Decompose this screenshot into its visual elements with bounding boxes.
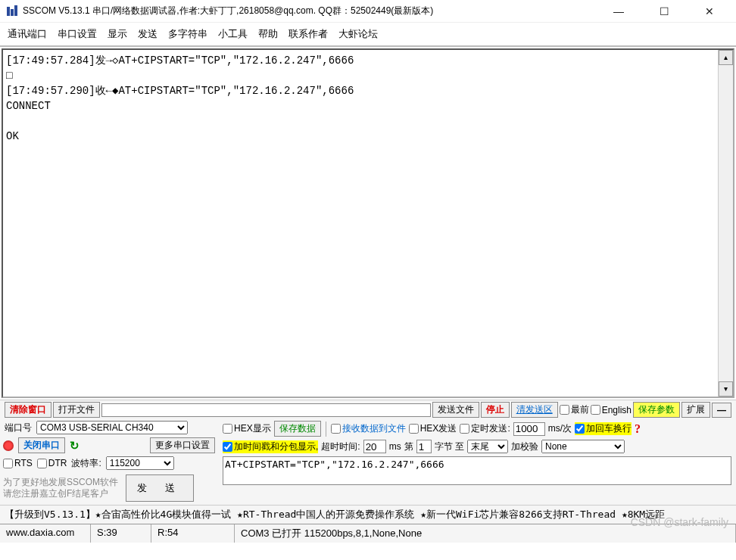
byte-label2: 字节 至 bbox=[435, 440, 464, 453]
status-bar: www.daxia.com S:39 R:54 COM3 已打开 115200b… bbox=[0, 524, 736, 543]
scroll-down-icon[interactable]: ▾ bbox=[719, 381, 733, 397]
byte-label1: 第 bbox=[404, 440, 413, 453]
menu-tools[interactable]: 小工具 bbox=[218, 27, 248, 41]
receive-text[interactable]: [17:49:57.284]发→◇AT+CIPSTART="TCP","172.… bbox=[3, 50, 718, 397]
status-recv: R:54 bbox=[151, 524, 235, 543]
status-sent: S:39 bbox=[91, 524, 151, 543]
minimize-button[interactable]: — bbox=[607, 5, 630, 17]
maximize-button[interactable]: ☐ bbox=[653, 5, 675, 17]
timeout-label: 超时时间: bbox=[321, 440, 360, 453]
help-icon[interactable]: ? bbox=[635, 422, 641, 436]
timed-send-checkbox[interactable]: 定时发送: bbox=[460, 422, 510, 435]
menu-send[interactable]: 发送 bbox=[138, 27, 157, 41]
title-bar: SSCOM V5.13.1 串口/网络数据调试器,作者:大虾丁丁,2618058… bbox=[0, 0, 736, 23]
dtr-checkbox[interactable]: DTR bbox=[37, 458, 67, 468]
svg-rect-1 bbox=[11, 9, 14, 16]
record-icon[interactable] bbox=[3, 440, 14, 451]
close-port-button[interactable]: 关闭串口 bbox=[18, 437, 65, 453]
stop-button[interactable]: 停止 bbox=[481, 402, 510, 418]
port-label: 端口号 bbox=[5, 422, 32, 434]
svg-rect-2 bbox=[14, 5, 17, 16]
recv-to-file-checkbox[interactable]: 接收数据到文件 bbox=[331, 422, 406, 435]
menu-bar: 通讯端口 串口设置 显示 发送 多字符串 小工具 帮助 联系作者 大虾论坛 bbox=[0, 23, 736, 47]
save-data-button[interactable]: 保存数据 bbox=[274, 421, 321, 437]
timestamp-checkbox[interactable]: 加时间戳和分包显示, bbox=[223, 440, 318, 453]
save-params-button[interactable]: 保存参数 bbox=[633, 402, 680, 418]
timeout-unit: ms bbox=[389, 441, 401, 452]
menu-forum[interactable]: 大虾论坛 bbox=[338, 27, 378, 41]
more-settings-button[interactable]: 更多串口设置 bbox=[150, 437, 215, 453]
big-send-button[interactable]: 发 送 bbox=[126, 474, 194, 502]
to-end-select[interactable]: 末尾 bbox=[467, 440, 508, 453]
ad-bar: 【升级到V5.13.1】★合宙高性价比4G模块值得一试 ★RT-Thread中国… bbox=[0, 505, 736, 524]
refresh-icon[interactable]: ↻ bbox=[70, 439, 80, 453]
scroll-up-icon[interactable]: ▴ bbox=[719, 50, 733, 65]
svg-rect-0 bbox=[7, 7, 10, 16]
add-check-label: 加校验 bbox=[511, 440, 538, 453]
clear-window-button[interactable]: 清除窗口 bbox=[5, 402, 51, 418]
close-button[interactable]: ✕ bbox=[698, 5, 721, 17]
register-note: 为了更好地发展SSCOM软件 请您注册嘉立创F结尾客户 bbox=[0, 475, 121, 501]
menu-port[interactable]: 通讯端口 bbox=[8, 27, 47, 41]
rts-checkbox[interactable]: RTS bbox=[3, 458, 33, 468]
port-select[interactable]: COM3 USB-SERIAL CH340 bbox=[36, 421, 188, 434]
watermark: CSDN @stark-family bbox=[631, 516, 728, 528]
menu-display[interactable]: 显示 bbox=[108, 27, 127, 41]
baud-select[interactable]: 115200 bbox=[106, 456, 174, 470]
send-textarea[interactable] bbox=[223, 456, 731, 485]
check-type-select[interactable]: None bbox=[541, 440, 625, 453]
send-file-button[interactable]: 发送文件 bbox=[432, 402, 479, 418]
status-site[interactable]: www.daxia.com bbox=[0, 524, 91, 543]
menu-serial-settings[interactable]: 串口设置 bbox=[58, 27, 97, 41]
hex-send-checkbox[interactable]: HEX发送 bbox=[409, 422, 457, 435]
interval-unit: ms/次 bbox=[548, 422, 572, 435]
topmost-checkbox[interactable]: 最前 bbox=[560, 403, 589, 416]
menu-contact[interactable]: 联系作者 bbox=[288, 27, 328, 41]
hex-display-checkbox[interactable]: HEX显示 bbox=[223, 422, 271, 435]
timeout-input[interactable] bbox=[363, 440, 386, 453]
scrollbar[interactable]: ▴ ▾ bbox=[718, 50, 733, 397]
add-crlf-checkbox[interactable]: 加回车换行 bbox=[575, 422, 632, 435]
interval-input[interactable] bbox=[513, 422, 545, 436]
output-area: [17:49:57.284]发→◇AT+CIPSTART="TCP","172.… bbox=[2, 48, 734, 398]
open-file-button[interactable]: 打开文件 bbox=[53, 402, 100, 418]
byte-no-input[interactable] bbox=[416, 440, 432, 453]
file-path-input[interactable] bbox=[101, 403, 431, 417]
collapse-button[interactable]: — bbox=[712, 403, 731, 418]
control-panel: 清除窗口 打开文件 发送文件 停止 清发送区 最前 English 保存参数 扩… bbox=[0, 400, 736, 543]
window-title: SSCOM V5.13.1 串口/网络数据调试器,作者:大虾丁丁,2618058… bbox=[23, 5, 433, 17]
expand-button[interactable]: 扩展 bbox=[681, 402, 710, 418]
english-checkbox[interactable]: English bbox=[591, 405, 632, 415]
app-icon bbox=[6, 5, 18, 17]
menu-help[interactable]: 帮助 bbox=[258, 27, 278, 41]
baud-label: 波特率: bbox=[71, 457, 101, 470]
clear-send-button[interactable]: 清发送区 bbox=[511, 402, 558, 418]
menu-multistring[interactable]: 多字符串 bbox=[168, 27, 207, 41]
